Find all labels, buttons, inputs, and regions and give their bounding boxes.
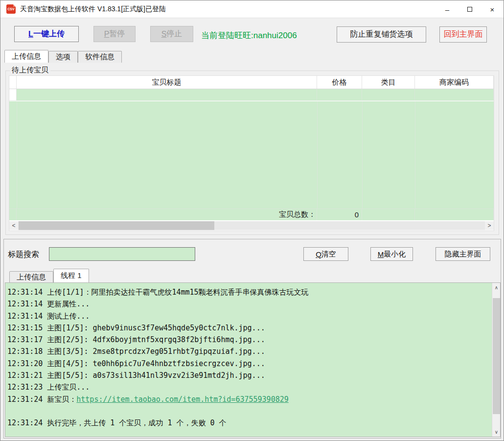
log-line: 12:31:23 上传宝贝... [7, 381, 490, 393]
stop-label: 停止 [166, 29, 182, 39]
table-row[interactable] [9, 89, 494, 101]
scroll-down-icon[interactable]: ∨ [492, 428, 501, 436]
column-cell-3 [415, 89, 494, 100]
clear-accel: Q [316, 250, 321, 258]
app-window: CSV 天音淘宝数据包上传软件 V1.83.1[正式版]已登陆 – × L一键上… [0, 0, 504, 441]
vertical-scrollbar[interactable]: ∧ ∨ [492, 283, 500, 437]
titlebar: CSV 天音淘宝数据包上传软件 V1.83.1[正式版]已登陆 – × [0, 0, 504, 18]
table-empty-area [9, 101, 494, 209]
column-cell-0 [17, 89, 317, 100]
log-timestamp: 12:31:18 [7, 347, 47, 356]
close-button[interactable]: × [481, 0, 504, 18]
new-item-link[interactable]: https://item.taobao.com/item.htm?id=6375… [76, 395, 288, 404]
log-message: 上传宝贝... [47, 383, 90, 392]
row-header-cell [9, 76, 17, 89]
log-message: 上传[1/1]：阿里拍卖达拉干霸气虎纹14mm15颗老料沉香手串保真佛珠古玩文玩 [47, 288, 308, 297]
stop-accel: S [161, 30, 167, 39]
log-line: 12:31:24 执行完毕，共上传 1 个宝贝，成功 1 个，失败 0 个 [7, 417, 490, 429]
prevent-duplicate-button[interactable]: 防止重复铺货选项 [337, 26, 426, 43]
log-line [7, 405, 490, 417]
csv-file-icon: CSV [6, 4, 16, 14]
log-line: 12:31:18 主图[3/5]: 2mse8tprcdzx7eg051rhbt… [7, 346, 490, 357]
stop-button[interactable]: S停止 [150, 26, 193, 42]
pause-label: 暂停 [109, 29, 125, 39]
back-to-main-button[interactable]: 回到主界面 [439, 26, 487, 43]
log-message: 测试上传... [47, 312, 90, 321]
maximize-button[interactable] [458, 0, 481, 18]
column-header-2[interactable]: 类目 [362, 76, 415, 89]
log-message: 主图[5/5]: a0s73sil13h41nl39vzv2i3e91mtd2j… [47, 371, 265, 380]
top-tab-strip: 上传信息选项软件信息 [4, 50, 122, 63]
minimize-button[interactable]: – [436, 0, 458, 18]
column-cell-2 [362, 89, 415, 100]
row-header-cell [9, 89, 17, 100]
log-message: 更新属性... [47, 300, 90, 308]
log-line: 12:31:21 主图[5/5]: a0s73sil13h41nl39vzv2i… [7, 370, 490, 381]
tab-options[interactable]: 选项 [48, 51, 78, 63]
column-header-1[interactable]: 价格 [317, 76, 362, 89]
clear-button[interactable]: Q清空 [303, 247, 348, 261]
log-timestamp: 12:31:14 [7, 300, 47, 308]
clear-label: 清空 [321, 250, 336, 259]
log-timestamp: 12:31:24 [7, 395, 47, 404]
lower-panel: 标题搜索 Q清空 M最小化 隐藏主界面 上传信息线程 1 12:31:14 上传… [3, 239, 501, 439]
minimize-accel: M [378, 250, 384, 258]
log-timestamp: 12:31:15 [7, 324, 47, 332]
scroll-up-icon[interactable]: ∧ [492, 283, 501, 292]
log-timestamp: 12:31:14 [7, 312, 47, 321]
log-line: 12:31:17 主图[2/5]: 4dfx6boyjmtnf5xqrgq38f… [7, 334, 490, 346]
log-timestamp: 12:31:23 [7, 383, 47, 392]
vertical-scroll-thumb[interactable] [493, 298, 500, 414]
column-cell-1 [317, 89, 362, 100]
log-timestamp: 12:31:17 [7, 335, 47, 344]
log-line: 12:31:14 更新属性... [7, 298, 490, 310]
title-search-label: 标题搜索 [8, 250, 39, 260]
one-click-upload-button[interactable]: L一键上传 [14, 26, 79, 42]
tab-upload-info-top[interactable]: 上传信息 [4, 50, 48, 63]
log-line: 12:31:14 上传[1/1]：阿里拍卖达拉干霸气虎纹14mm15颗老料沉香手… [7, 286, 490, 298]
tab-thread-1[interactable]: 线程 1 [53, 269, 89, 282]
total-count-label: 宝贝总数： [17, 209, 317, 220]
horizontal-scrollbar[interactable]: < > [9, 221, 494, 230]
log-line: 12:31:20 主图[4/5]: te0hh6pic7u7e4hnbztfzb… [7, 358, 490, 370]
window-controls: – × [436, 0, 504, 18]
title-search-input[interactable] [49, 247, 195, 261]
tab-software-info[interactable]: 软件信息 [78, 51, 122, 63]
log-timestamp: 12:31:20 [7, 359, 47, 368]
window-title: 天音淘宝数据包上传软件 V1.83.1[正式版]已登陆 [20, 5, 166, 14]
hide-main-window-button[interactable]: 隐藏主界面 [435, 247, 490, 261]
table-total-row: 宝贝总数： 0 [9, 209, 494, 220]
pause-button[interactable]: P暂停 [93, 26, 136, 42]
log-message: 主图[1/5]: ghebv9inusc3f7ew45hqde5y0ctc7nl… [47, 324, 265, 332]
upload-log-area: 12:31:14 上传[1/1]：阿里拍卖达拉干霸气虎纹14mm15颗老料沉香手… [5, 282, 501, 437]
minimize-app-button[interactable]: M最小化 [370, 247, 413, 261]
maximize-icon [467, 7, 472, 12]
log-line: 12:31:24 新宝贝：https://item.taobao.com/ite… [7, 394, 490, 405]
log-message: 主图[2/5]: 4dfx6boyjmtnf5xqrgq38f2bjfti6hm… [47, 335, 265, 344]
log-lines: 12:31:14 上传[1/1]：阿里拍卖达拉干霸气虎纹14mm15颗老料沉香手… [5, 283, 492, 437]
log-timestamp: 12:31:14 [7, 288, 47, 297]
column-header-3[interactable]: 商家编码 [415, 76, 494, 89]
log-line: 12:31:14 测试上传... [7, 310, 490, 322]
log-message: 执行完毕，共上传 1 个宝贝，成功 1 个，失败 0 个 [47, 418, 226, 427]
upload-label: 一键上传 [33, 29, 65, 39]
groupbox-title: 待上传宝贝 [10, 66, 50, 75]
log-message: 主图[4/5]: te0hh6pic7u7e4hnbztfzbsiecrgzce… [47, 359, 265, 368]
horizontal-scroll-thumb[interactable] [19, 221, 214, 230]
column-header-0[interactable]: 宝贝标题 [17, 76, 317, 89]
log-message: 主图[3/5]: 2mse8tprcdzx7eg051rhbt7gipqzuia… [47, 347, 265, 356]
bottom-tab-strip: 上传信息线程 1 [9, 269, 89, 282]
log-line: 12:31:15 主图[1/5]: ghebv9inusc3f7ew45hqde… [7, 322, 490, 334]
pause-accel: P [104, 30, 110, 39]
log-timestamp: 12:31:21 [7, 371, 47, 380]
tab-upload-info-bottom[interactable]: 上传信息 [9, 271, 53, 282]
scroll-left-icon[interactable]: < [9, 221, 18, 230]
scroll-right-icon[interactable]: > [485, 221, 494, 230]
minimize-label: 最小化 [384, 250, 406, 259]
total-count-value: 0 [317, 209, 362, 220]
upload-accel: L [28, 30, 33, 39]
pending-items-table: 宝贝标题价格类目商家编码 宝贝总数： 0 < > [9, 75, 494, 231]
log-timestamp: 12:31:24 [7, 418, 47, 427]
log-message: 新宝贝： [47, 395, 76, 404]
login-status-text: 当前登陆旺旺:nanhui2006 [201, 30, 297, 41]
